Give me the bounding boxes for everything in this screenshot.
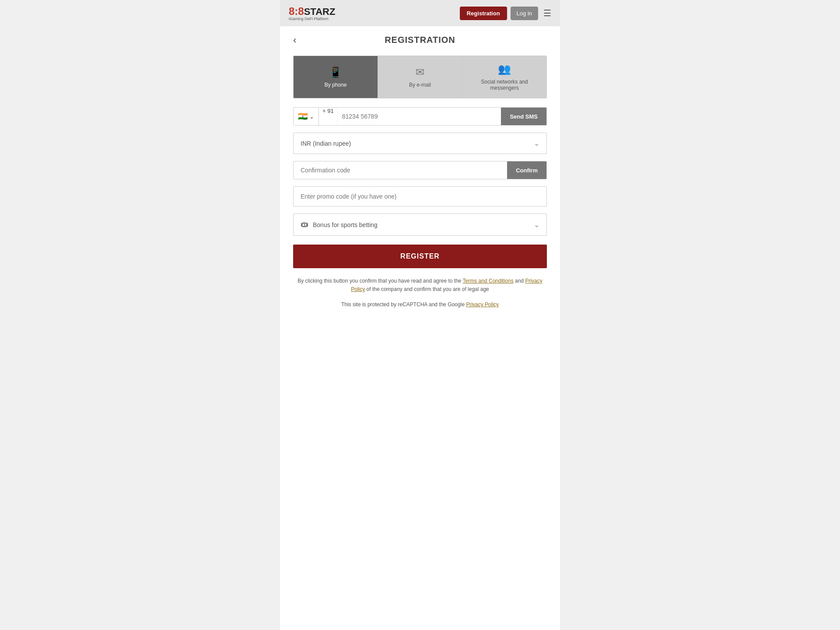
bonus-icon: 🎟 bbox=[301, 220, 308, 229]
currency-chevron-icon: ⌄ bbox=[534, 139, 539, 147]
tab-by-email-label: By e-mail bbox=[409, 82, 431, 88]
social-icon: 👥 bbox=[498, 63, 511, 75]
bonus-selector[interactable]: 🎟 Bonus for sports betting ⌄ bbox=[293, 214, 547, 236]
back-button[interactable]: ‹ bbox=[293, 35, 296, 45]
logo: 8:8STARZ iGaming DeFi Platform bbox=[289, 5, 335, 21]
page-title: REGISTRATION bbox=[385, 35, 455, 45]
phone-input[interactable] bbox=[338, 108, 501, 125]
registration-tabs: 📱 By phone ✉ By e-mail 👥 Social networks… bbox=[293, 56, 547, 98]
register-button[interactable]: REGISTER bbox=[293, 245, 547, 268]
country-selector[interactable]: 🇮🇳 ⌄ bbox=[294, 108, 319, 125]
terms-link[interactable]: Terms and Conditions bbox=[463, 278, 514, 284]
recaptcha-text: This site is protected by reCAPTCHA and … bbox=[293, 301, 547, 309]
tab-social[interactable]: 👥 Social networks and messengers bbox=[462, 56, 546, 98]
email-icon: ✉ bbox=[416, 66, 424, 78]
tab-by-email[interactable]: ✉ By e-mail bbox=[378, 56, 462, 98]
country-code: + 91 bbox=[319, 108, 338, 125]
promo-code-input[interactable] bbox=[293, 186, 547, 206]
tab-social-label: Social networks and messengers bbox=[466, 79, 543, 91]
logo-brand: STARZ bbox=[304, 6, 336, 17]
phone-icon: 📱 bbox=[329, 66, 342, 78]
bonus-left: 🎟 Bonus for sports betting bbox=[301, 220, 378, 229]
confirmation-row: Confirm bbox=[293, 161, 547, 179]
hamburger-icon[interactable]: ☰ bbox=[543, 8, 551, 18]
chevron-down-icon: ⌄ bbox=[309, 113, 314, 120]
flag-icon: 🇮🇳 bbox=[298, 112, 308, 121]
logo-subtitle: iGaming DeFi Platform bbox=[289, 17, 335, 21]
legal-text: By clicking this button you confirm that… bbox=[293, 277, 547, 294]
page-header: ‹ REGISTRATION bbox=[293, 35, 547, 45]
main-content: ‹ REGISTRATION 📱 By phone ✉ By e-mail 👥 … bbox=[280, 26, 560, 327]
currency-label: INR (Indian rupee) bbox=[301, 140, 351, 147]
logo-888: 8:8 bbox=[289, 5, 304, 17]
currency-selector[interactable]: INR (Indian rupee) ⌄ bbox=[293, 133, 547, 154]
bonus-label: Bonus for sports betting bbox=[313, 221, 378, 228]
recaptcha-privacy-link[interactable]: Privacy Policy bbox=[466, 301, 499, 308]
confirmation-code-input[interactable] bbox=[294, 161, 507, 179]
site-header: 8:8STARZ iGaming DeFi Platform Registrat… bbox=[280, 0, 560, 26]
confirm-button[interactable]: Confirm bbox=[507, 161, 546, 179]
send-sms-button[interactable]: Send SMS bbox=[501, 108, 546, 125]
tab-by-phone-label: By phone bbox=[325, 82, 347, 88]
login-button[interactable]: Log in bbox=[511, 7, 538, 20]
registration-button[interactable]: Registration bbox=[460, 7, 507, 20]
bonus-chevron-icon: ⌄ bbox=[534, 220, 539, 229]
tab-by-phone[interactable]: 📱 By phone bbox=[294, 56, 378, 98]
phone-row: 🇮🇳 ⌄ + 91 Send SMS bbox=[293, 107, 547, 126]
header-buttons: Registration Log in ☰ bbox=[460, 7, 551, 20]
